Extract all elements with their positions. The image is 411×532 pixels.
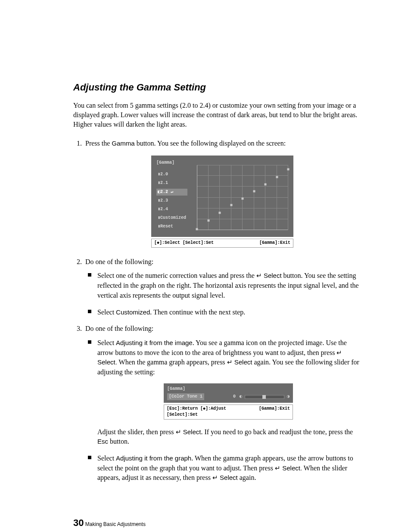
gamma-slider-screenshot: [Gamma] [Color Tone 1 0 ◐ ◑ [Esc]:Return… [164, 383, 293, 420]
step-3: Do one of the following: Select Adjustin… [84, 324, 359, 483]
select-button-label: ↵ Select [256, 272, 282, 279]
s3b1aft-c: button. [108, 438, 129, 445]
page-footer: 30 Making Basic Adjustments [73, 517, 359, 529]
step-1: Press the Gamma button. You see the foll… [84, 139, 359, 247]
intro-paragraph: You can select from 5 gamma settings (2.… [73, 101, 359, 129]
gamma-button-label: Gamma [112, 140, 134, 147]
osd-status-left: [◆]:Select [Select]:Set [154, 240, 214, 246]
s2b1a: Select one of the numeric correction val… [97, 272, 256, 279]
slider-track [245, 395, 284, 399]
section-heading: Adjusting the Gamma Setting [73, 82, 359, 93]
s2b2a: Select [97, 308, 116, 316]
s3b1aft-b: . If you need to go back and readjust th… [201, 428, 353, 436]
osd-item-customized: ▮Customized [156, 215, 187, 221]
step3-lead: Do one of the following: [85, 325, 153, 332]
step1-text-a: Press the [85, 140, 112, 147]
osd-item-21: ▮2.1 [156, 180, 187, 187]
select-label-3: ↵ Select [176, 428, 201, 436]
osd-item-20: ▮2.0 [156, 171, 187, 178]
osd2-title: [Gamma] [167, 386, 290, 392]
gamma-curve-graph [197, 165, 288, 230]
slider-left-icon: ◐ [240, 394, 242, 400]
osd2-value: 0 [233, 394, 236, 400]
osd-item-22-selected: ◧2.2 ↵ [156, 189, 187, 196]
gamma-menu-screenshot: [Gamma] ▮2.0 ▮2.1 ◧2.2 ↵ ▮2.3 ▮2.4 ▮Cust… [151, 156, 293, 248]
adjusting-from-image-label: Adjusting it from the image [116, 339, 193, 346]
page-number: 30 [73, 517, 84, 528]
osd-item-reset: ▮Reset [156, 223, 187, 230]
s3b1a: Select [97, 339, 116, 346]
osd-status-right: [Gamma]:Exit [259, 240, 290, 246]
s3b2a: Select [97, 454, 116, 462]
osd-statusbar: [◆]:Select [Select]:Set [Gamma]:Exit [151, 239, 293, 247]
s2b2b: . Then continue with the next step. [150, 308, 245, 316]
osd-title: [Gamma] [156, 160, 187, 166]
step2-bullet-2: Select Customized. Then continue with th… [97, 308, 359, 317]
osd-item-23: ▮2.3 [156, 197, 187, 204]
esc-label: Esc [97, 438, 108, 445]
step-2: Do one of the following: Select one of t… [84, 257, 359, 317]
slider-right-icon: ◑ [287, 394, 290, 400]
select-label-4: ↵ Select. [275, 464, 302, 472]
step3-bullet-1: Select Adjusting it from the image. You … [97, 338, 359, 447]
osd2-status-right: [Gamma]:Exit [259, 406, 290, 418]
select-label-2: ↵ Select [227, 358, 252, 366]
osd-item-24: ▮2.4 [156, 206, 187, 213]
adjusting-from-graph-label: Adjusting it from the graph [116, 454, 191, 462]
customized-label: Customized [116, 308, 150, 316]
osd2-statusbar: [Esc]:Return [◆]:Adjust [Select]:Set [Ga… [164, 404, 293, 419]
step2-bullet-1: Select one of the numeric correction val… [97, 271, 359, 300]
step1-text-b: button. You see the following displayed … [135, 140, 286, 147]
osd2-color-tone-label: [Color Tone 1 [167, 393, 204, 400]
s3b1c: When the gamma graph appears, press [117, 358, 227, 366]
osd2-status-left: [Esc]:Return [◆]:Adjust [Select]:Set [167, 406, 259, 418]
s3b1aft-a: Adjust the slider, then press [97, 428, 176, 436]
footer-section: Making Basic Adjustments [84, 521, 145, 527]
step3-bullet-2: Select Adjusting it from the graph. When… [97, 454, 359, 483]
slider-knob [262, 395, 266, 399]
s3b2d: again. [238, 474, 256, 481]
select-label-5: ↵ Select [212, 474, 238, 481]
step2-lead: Do one of the following: [85, 258, 153, 265]
